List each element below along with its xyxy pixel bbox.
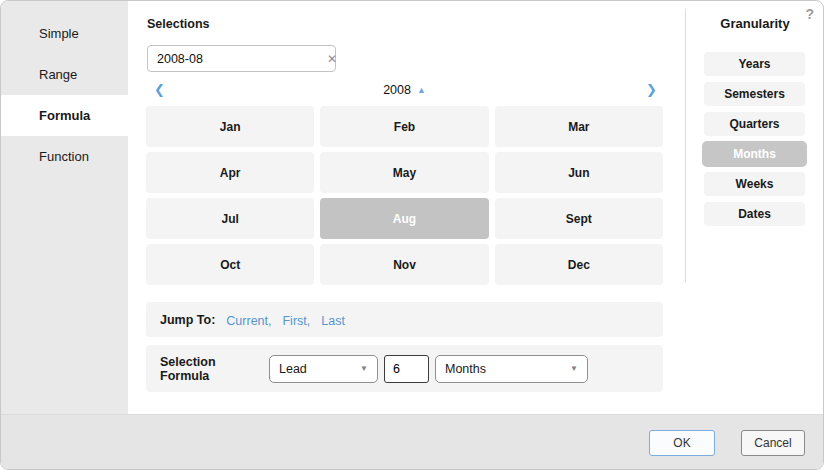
month-button-oct[interactable]: Oct xyxy=(146,244,314,285)
month-button-jan[interactable]: Jan xyxy=(146,106,314,147)
clear-icon[interactable]: ✕ xyxy=(318,52,346,66)
month-button-jul[interactable]: Jul xyxy=(146,198,314,239)
dropdown-arrow-icon: ▼ xyxy=(570,364,578,373)
ok-button[interactable]: OK xyxy=(649,430,715,456)
dropdown-arrow-icon: ▼ xyxy=(360,364,368,373)
cancel-button[interactable]: Cancel xyxy=(741,430,805,456)
month-button-sept[interactable]: Sept xyxy=(495,198,663,239)
chevron-right-icon[interactable]: ❯ xyxy=(646,79,657,101)
unit-dropdown[interactable]: Months ▼ xyxy=(435,355,588,383)
year-display: 2008 ▲ xyxy=(146,79,663,101)
selection-field[interactable]: ✕ xyxy=(147,45,336,72)
granularity-button-dates[interactable]: Dates xyxy=(704,202,805,226)
jump-to-link-last[interactable]: Last xyxy=(321,314,345,328)
granularity-button-semesters[interactable]: Semesters xyxy=(704,82,805,106)
month-button-feb[interactable]: Feb xyxy=(320,106,488,147)
jump-to-link-current[interactable]: Current, xyxy=(226,314,271,328)
granularity-button-weeks[interactable]: Weeks xyxy=(704,172,805,196)
sidebar-tab-function[interactable]: Function xyxy=(1,136,128,177)
month-button-aug[interactable]: Aug xyxy=(320,198,488,239)
granularity-list: YearsSemestersQuartersMonthsWeeksDates xyxy=(704,52,805,226)
granularity-button-months[interactable]: Months xyxy=(702,141,807,167)
month-button-dec[interactable]: Dec xyxy=(495,244,663,285)
sidebar: SimpleRangeFormulaFunction xyxy=(1,1,128,414)
operation-dropdown[interactable]: Lead ▼ xyxy=(269,355,378,383)
month-button-mar[interactable]: Mar xyxy=(495,106,663,147)
sidebar-tab-range[interactable]: Range xyxy=(1,54,128,95)
jump-to-label: Jump To: xyxy=(160,313,215,327)
count-input[interactable] xyxy=(384,355,429,383)
dialog-footer: OK Cancel xyxy=(1,414,824,470)
month-button-apr[interactable]: Apr xyxy=(146,152,314,193)
month-button-jun[interactable]: Jun xyxy=(495,152,663,193)
jump-to-link-first[interactable]: First, xyxy=(282,314,310,328)
date-selection-dialog: SimpleRangeFormulaFunction ? Selections … xyxy=(0,0,824,470)
selection-input[interactable] xyxy=(148,52,318,66)
operation-dropdown-value: Lead xyxy=(279,362,352,376)
granularity-title: Granularity xyxy=(685,16,824,31)
selections-label: Selections xyxy=(147,17,210,31)
selection-formula-bar: Selection Formula Lead ▼ Months ▼ xyxy=(146,345,663,392)
year-navigation: ❮ 2008 ▲ ❯ xyxy=(146,79,663,101)
granularity-button-quarters[interactable]: Quarters xyxy=(704,112,805,136)
sidebar-tab-simple[interactable]: Simple xyxy=(1,13,128,54)
unit-dropdown-value: Months xyxy=(445,362,562,376)
month-button-may[interactable]: May xyxy=(320,152,488,193)
year-label: 2008 xyxy=(383,83,411,97)
sidebar-tab-formula[interactable]: Formula xyxy=(1,95,128,136)
month-button-nov[interactable]: Nov xyxy=(320,244,488,285)
vertical-divider xyxy=(685,9,686,282)
granularity-button-years[interactable]: Years xyxy=(704,52,805,76)
month-grid: JanFebMarAprMayJunJulAugSeptOctNovDec xyxy=(146,106,663,285)
selection-formula-label: Selection Formula xyxy=(160,355,257,383)
jump-to-links: Current,First,Last xyxy=(215,311,345,329)
jump-to-bar: Jump To: Current,First,Last xyxy=(146,302,663,337)
sort-up-icon[interactable]: ▲ xyxy=(417,85,426,95)
